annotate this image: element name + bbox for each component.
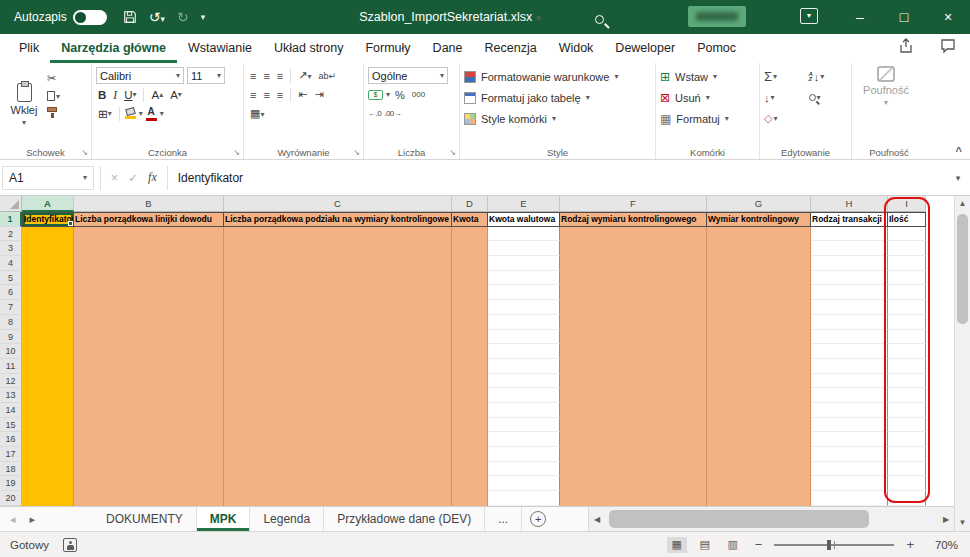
cell-C2[interactable] bbox=[224, 227, 452, 242]
cell-A16[interactable] bbox=[22, 432, 74, 447]
cell-C17[interactable] bbox=[224, 447, 452, 462]
cell-B13[interactable] bbox=[74, 388, 224, 403]
tab-deweloper[interactable]: Deweloper bbox=[604, 34, 686, 63]
cell-B7[interactable] bbox=[74, 300, 224, 315]
user-account-chip[interactable] bbox=[688, 6, 746, 27]
cell-C9[interactable] bbox=[224, 330, 452, 345]
cell-E5[interactable] bbox=[488, 271, 560, 286]
cell-F10[interactable] bbox=[560, 344, 707, 359]
row-header-6[interactable]: 6 bbox=[0, 285, 22, 300]
cell-C20[interactable] bbox=[224, 491, 452, 506]
cell-G15[interactable] bbox=[707, 418, 811, 433]
cell-C12[interactable] bbox=[224, 374, 452, 389]
vertical-scrollbar[interactable]: ▲ ▼ bbox=[954, 196, 970, 531]
cell-H3[interactable] bbox=[811, 241, 888, 256]
cell-A9[interactable] bbox=[22, 330, 74, 345]
cell-I6[interactable] bbox=[888, 285, 926, 300]
cell-H12[interactable] bbox=[811, 374, 888, 389]
conditional-formatting-button[interactable]: Formatowanie warunkowe▾ bbox=[464, 66, 651, 87]
sheet-tab-przykladowe-dane[interactable]: Przykładowe dane (DEV) bbox=[324, 507, 485, 531]
cell-A12[interactable] bbox=[22, 374, 74, 389]
borders-button[interactable]: ⊞▾ bbox=[96, 107, 114, 121]
fill-color-button[interactable] bbox=[125, 108, 136, 119]
cell-A6[interactable] bbox=[22, 285, 74, 300]
row-header-9[interactable]: 9 bbox=[0, 330, 22, 345]
column-header-H[interactable]: H bbox=[811, 196, 888, 212]
cell-D13[interactable] bbox=[452, 388, 488, 403]
cell-F8[interactable] bbox=[560, 315, 707, 330]
cell-B6[interactable] bbox=[74, 285, 224, 300]
cell-C14[interactable] bbox=[224, 403, 452, 418]
fill-button[interactable]: ↓▾ bbox=[764, 92, 803, 104]
collapse-ribbon-icon[interactable]: ^ bbox=[956, 145, 962, 157]
cell-E12[interactable] bbox=[488, 374, 560, 389]
row-header-14[interactable]: 14 bbox=[0, 403, 22, 418]
page-layout-view-button[interactable]: ▤ bbox=[695, 537, 715, 553]
page-break-view-button[interactable]: ▥ bbox=[723, 537, 743, 553]
cell-I11[interactable] bbox=[888, 359, 926, 374]
cell-H14[interactable] bbox=[811, 403, 888, 418]
scroll-down-icon[interactable]: ▼ bbox=[959, 515, 967, 531]
cell-H17[interactable] bbox=[811, 447, 888, 462]
column-header-F[interactable]: F bbox=[560, 196, 707, 212]
cell-C16[interactable] bbox=[224, 432, 452, 447]
sheet-tab-mpk[interactable]: MPK bbox=[197, 507, 251, 531]
cell-B9[interactable] bbox=[74, 330, 224, 345]
sheet-tab-dokumenty[interactable]: DOKUMENTY bbox=[93, 507, 197, 531]
cell-C10[interactable] bbox=[224, 344, 452, 359]
cell-A18[interactable] bbox=[22, 462, 74, 477]
cell-G2[interactable] bbox=[707, 227, 811, 242]
underline-button[interactable]: U▾ bbox=[122, 89, 138, 101]
undo-button[interactable]: ↺▾ bbox=[149, 9, 165, 25]
row-header-20[interactable]: 20 bbox=[0, 491, 22, 506]
shrink-font-button[interactable]: A▾ bbox=[168, 89, 184, 101]
comma-style-button[interactable]: 000 bbox=[410, 90, 427, 99]
cell-G9[interactable] bbox=[707, 330, 811, 345]
cell-D17[interactable] bbox=[452, 447, 488, 462]
tab-widok[interactable]: Widok bbox=[548, 34, 605, 63]
cell-G4[interactable] bbox=[707, 256, 811, 271]
tab-pomoc[interactable]: Pomoc bbox=[686, 34, 747, 63]
cell-G6[interactable] bbox=[707, 285, 811, 300]
format-painter-button[interactable] bbox=[47, 107, 60, 112]
cell-H15[interactable] bbox=[811, 418, 888, 433]
cell-D7[interactable] bbox=[452, 300, 488, 315]
row-header-2[interactable]: 2 bbox=[0, 227, 22, 242]
percent-style-button[interactable]: % bbox=[393, 89, 407, 101]
cell-H20[interactable] bbox=[811, 491, 888, 506]
row-header-19[interactable]: 19 bbox=[0, 476, 22, 491]
cell-D4[interactable] bbox=[452, 256, 488, 271]
cell-G14[interactable] bbox=[707, 403, 811, 418]
row-header-17[interactable]: 17 bbox=[0, 447, 22, 462]
grow-font-button[interactable]: A▴ bbox=[149, 89, 165, 101]
cell-E10[interactable] bbox=[488, 344, 560, 359]
maximize-button[interactable]: □ bbox=[882, 0, 926, 34]
cell-I1[interactable]: Ilość bbox=[888, 212, 926, 227]
cell-A8[interactable] bbox=[22, 315, 74, 330]
cell-H13[interactable] bbox=[811, 388, 888, 403]
row-header-3[interactable]: 3 bbox=[0, 241, 22, 256]
cell-G13[interactable] bbox=[707, 388, 811, 403]
tab-dane[interactable]: Dane bbox=[422, 34, 474, 63]
zoom-out-button[interactable]: − bbox=[751, 537, 767, 552]
insert-cells-button[interactable]: ⊞ Wstaw▾ bbox=[660, 66, 755, 87]
cell-H18[interactable] bbox=[811, 462, 888, 477]
cell-G18[interactable] bbox=[707, 462, 811, 477]
clear-button[interactable]: ◇▾ bbox=[764, 112, 803, 125]
scroll-left-icon[interactable]: ◀ bbox=[589, 515, 605, 524]
cell-I3[interactable] bbox=[888, 241, 926, 256]
sheet-nav-right-icon[interactable]: ▸ bbox=[30, 513, 36, 526]
column-header-C[interactable]: C bbox=[224, 196, 452, 212]
cell-E15[interactable] bbox=[488, 418, 560, 433]
name-box[interactable]: A1▾ bbox=[2, 166, 94, 190]
cell-H10[interactable] bbox=[811, 344, 888, 359]
cell-I19[interactable] bbox=[888, 476, 926, 491]
cell-E11[interactable] bbox=[488, 359, 560, 374]
cell-H7[interactable] bbox=[811, 300, 888, 315]
column-header-G[interactable]: G bbox=[707, 196, 811, 212]
cell-B14[interactable] bbox=[74, 403, 224, 418]
align-right-button[interactable]: ≡ bbox=[275, 89, 285, 101]
font-name-combo[interactable]: Calibri▾ bbox=[96, 67, 184, 84]
sheet-tab-overflow[interactable]: ... bbox=[485, 507, 522, 531]
cell-D2[interactable] bbox=[452, 227, 488, 242]
